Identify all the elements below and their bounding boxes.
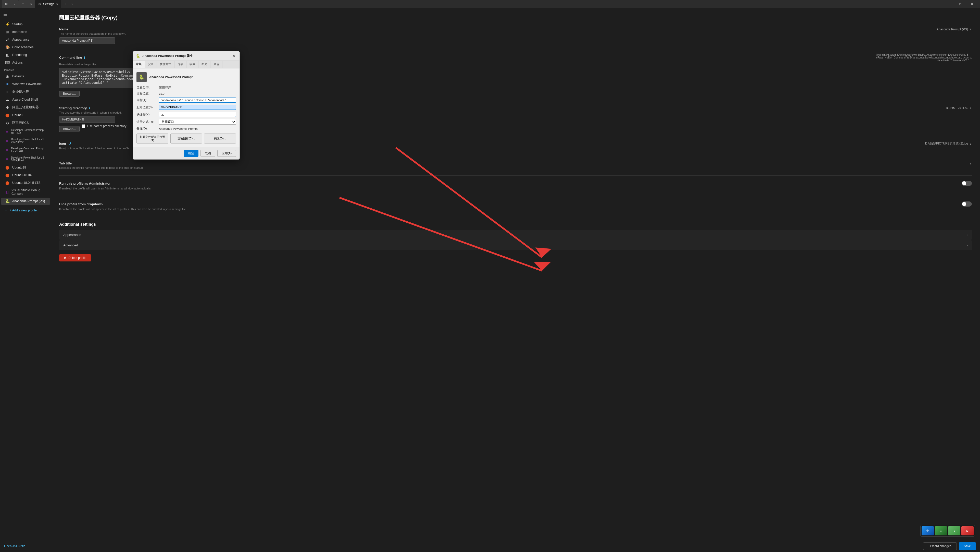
- dialog-tab-layout[interactable]: 布局: [199, 61, 210, 68]
- dialog-tab-security[interactable]: 安全: [145, 61, 157, 68]
- thumbnail-3[interactable]: ●: [948, 526, 960, 535]
- cmd-line-right-value[interactable]: %windir%\System32\WindowsPowerShell\v1.0…: [875, 53, 972, 62]
- add-profile-icon: +: [5, 209, 7, 212]
- dialog-tab-shortcut[interactable]: 快捷方式: [157, 61, 175, 68]
- additional-appearance-item[interactable]: Appearance ›: [59, 230, 972, 240]
- dialog-run-mode-label: 运行方式(R):: [137, 120, 157, 124]
- icon-label: Icon ↺: [59, 142, 71, 145]
- name-desc: The name of the profile that appears in …: [59, 32, 972, 35]
- starting-dir-input[interactable]: [59, 116, 115, 123]
- discard-changes-button[interactable]: Discard changes: [923, 542, 956, 550]
- dialog-run-mode-select[interactable]: 常规窗口: [159, 119, 236, 124]
- delete-profile-button[interactable]: 🗑 Delete profile: [59, 254, 91, 262]
- use-parent-process-label[interactable]: Use parent process directory: [82, 124, 126, 128]
- dev-cmd-2019-icon: ■: [5, 148, 9, 152]
- dialog-comment-row: 备注(O): Anaconda Powershell Prompt: [137, 127, 236, 131]
- dialog-advanced-button[interactable]: 高级(D)...: [204, 134, 236, 144]
- profile-cmd-label: 命令提示符: [12, 89, 29, 94]
- sidebar-profile-ubuntu[interactable]: ⬤ Ubuntu: [1, 112, 50, 119]
- color-schemes-icon: 🎨: [5, 45, 10, 49]
- sidebar-item-rendering[interactable]: ◧ Rendering: [1, 51, 50, 59]
- dialog-open-location-button[interactable]: 打开文件所在的位置(F): [137, 134, 169, 144]
- interaction-icon: ⊞: [5, 30, 10, 34]
- sidebar-profile-aliyun-ecs[interactable]: ⚙ 阿里云ECS: [1, 119, 50, 127]
- hamburger-menu-button[interactable]: ☰: [0, 9, 10, 19]
- dialog-tab-colors[interactable]: 颜色: [210, 61, 223, 68]
- sidebar-profile-cmd[interactable]: ■ 命令提示符: [1, 88, 50, 96]
- profile-ubuntu18-label: Ubuntu18: [12, 166, 26, 169]
- starting-dir-browse-button[interactable]: Browse...: [59, 126, 80, 132]
- dev-cmd-2022-icon: ■: [5, 129, 9, 134]
- profile-vs-debug-label: Visual Studio Debug Console: [11, 188, 46, 196]
- starting-dir-right-value[interactable]: %HOMEPATH% ∧: [945, 107, 972, 110]
- dialog-target-location-row: 目标位置: v1.0: [137, 92, 236, 96]
- sidebar-profile-anaconda-ps[interactable]: 🐍 Anaconda Prompt (PS): [1, 198, 50, 205]
- sidebar-profile-dev-ps-2022[interactable]: ■ Developer PowerShell for VS 2022 [Prev: [1, 136, 50, 145]
- cmd-line-current-value: %windir%\System32\WindowsPowerShell\v1.0…: [875, 53, 969, 62]
- dialog-tab-general[interactable]: 常规: [133, 61, 145, 68]
- open-json-link[interactable]: Open JSON file: [4, 544, 25, 548]
- dialog-target-input[interactable]: [159, 97, 236, 103]
- add-tab-button[interactable]: +: [62, 0, 69, 8]
- sidebar-profile-dev-ps-2019[interactable]: ■ Developer PowerShell for VS 2019 [Prev…: [1, 155, 50, 163]
- hide-profile-toggle[interactable]: [962, 201, 972, 207]
- sidebar-profile-powershell[interactable]: ■ Windows PowerShell: [1, 80, 50, 88]
- tab-settings[interactable]: ⚙ Settings ✕: [35, 0, 61, 8]
- tab1-close[interactable]: ✕: [14, 3, 16, 6]
- dialog-app-icon-glyph: 🐍: [139, 74, 144, 80]
- sidebar-profile-azure[interactable]: ☁ Azure Cloud Shell: [1, 96, 50, 103]
- additional-advanced-item[interactable]: Advanced ›: [59, 240, 972, 250]
- dialog-cancel-button[interactable]: 取消: [200, 150, 215, 157]
- save-button[interactable]: Save: [959, 542, 976, 550]
- minimize-button[interactable]: —: [943, 0, 955, 8]
- sidebar-profile-dev-cmd-2019[interactable]: ■ Developer Command Prompt for VS 201: [1, 145, 50, 154]
- dialog-start-in-input[interactable]: [159, 105, 236, 110]
- name-label: Name: [59, 27, 68, 31]
- name-input[interactable]: [59, 37, 115, 44]
- sidebar-profile-dev-cmd-2022[interactable]: ■ Developer Command Prompt for - 202: [1, 127, 50, 136]
- tab-settings-close[interactable]: ✕: [56, 3, 58, 6]
- cmd-browse-button[interactable]: Browse...: [59, 91, 80, 97]
- run-as-admin-toggle[interactable]: [962, 181, 972, 186]
- tab-dropdown-button[interactable]: ▾: [69, 0, 75, 8]
- dialog-ok-button[interactable]: 确定: [184, 150, 199, 157]
- icon-right-value[interactable]: D:\桌面\PICTURES\预览 (2).jpg ∨: [925, 142, 972, 146]
- close-button[interactable]: ✕: [966, 0, 978, 8]
- tab-1[interactable]: ⊞ ~ ✕: [2, 0, 19, 8]
- sidebar-profile-ubuntu-18-04[interactable]: ⬤ Ubuntu-18.04: [1, 172, 50, 179]
- sidebar-profile-ubuntu18[interactable]: ⬤ Ubuntu18: [1, 164, 50, 171]
- sidebar-item-color-schemes[interactable]: 🎨 Color schemes: [1, 44, 50, 51]
- maximize-button[interactable]: □: [955, 0, 966, 8]
- dialog-tab-font[interactable]: 字体: [186, 61, 199, 68]
- tab2-close[interactable]: ✕: [30, 3, 32, 6]
- thumbnail-1[interactable]: 中: [921, 526, 934, 535]
- use-parent-process-checkbox[interactable]: [82, 124, 85, 128]
- run-as-admin-header: Run this profile as Administrator: [59, 181, 972, 186]
- sidebar-item-interaction[interactable]: ⊞ Interaction: [1, 28, 50, 35]
- thumbnail-4[interactable]: ▶: [961, 526, 974, 535]
- dialog-target-type-value: 应用程序: [159, 86, 236, 89]
- delete-profile-label: Delete profile: [68, 256, 86, 260]
- sidebar-profile-ubuntu-18-04-5[interactable]: ⬤ Ubuntu 18.04.5 LTS: [1, 179, 50, 187]
- dialog-change-icon-button[interactable]: 更改图标(C)...: [170, 134, 202, 144]
- tab-title-chevron[interactable]: ∨: [970, 162, 972, 165]
- tab-2[interactable]: ⊞ ~ ✕: [19, 0, 35, 8]
- dialog-close-button[interactable]: ✕: [231, 53, 237, 59]
- sidebar-profile-ali-server[interactable]: ⚙ 阿里云轻量服务器: [1, 104, 50, 111]
- sidebar-item-startup[interactable]: ⚡ Startup: [1, 21, 50, 28]
- dialog-shortcut-input[interactable]: [159, 112, 236, 117]
- properties-dialog: 🐍 Anaconda Powershell Prompt 属性 ✕ 常规 安全 …: [133, 51, 240, 160]
- add-new-profile-button[interactable]: + + Add a new profile: [1, 207, 50, 214]
- page-title: 阿里云轻量服务器 (Copy): [59, 14, 972, 21]
- sidebar-profile-vs-debug[interactable]: ◧ Visual Studio Debug Console: [1, 187, 50, 197]
- icon-reset-icon[interactable]: ↺: [68, 142, 71, 145]
- sidebar-profile-defaults[interactable]: ◉ Defaults: [1, 73, 50, 80]
- thumbnail-2[interactable]: ●: [935, 526, 947, 535]
- dialog-tab-options[interactable]: 选项: [175, 61, 186, 68]
- sidebar-item-appearance[interactable]: 🖌 Appearance: [1, 36, 50, 43]
- name-right-value[interactable]: Anaconda Prompt (PS) ∧: [937, 27, 972, 31]
- sidebar-item-actions[interactable]: ⌨ Actions: [1, 59, 50, 66]
- bottom-bar: Open JSON file Discard changes Save: [0, 540, 980, 552]
- dialog-apply-button[interactable]: 应用(A): [217, 150, 236, 157]
- additional-settings-title: Additional settings: [59, 222, 972, 227]
